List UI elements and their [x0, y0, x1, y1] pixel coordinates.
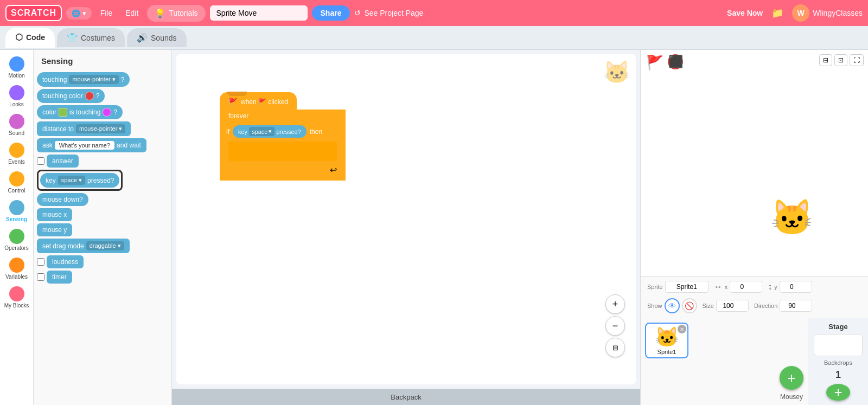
backpack-bar[interactable]: Backpack	[172, 389, 640, 405]
sidebar-item-sensing[interactable]: Sensing	[2, 198, 32, 224]
color-swatch-green[interactable]	[59, 108, 67, 117]
block-color-touching-btn[interactable]: color is touching ?	[37, 105, 123, 119]
block-ask: ask What's your name? and wait	[37, 138, 168, 152]
language-button[interactable]: 🌐 ▾	[66, 7, 92, 20]
sprite-delete-button[interactable]: ✕	[678, 325, 686, 333]
y-group: ↕ y	[768, 281, 812, 293]
loudness-checkbox[interactable]	[37, 258, 44, 266]
file-menu[interactable]: File	[96, 7, 117, 20]
stop-button[interactable]: ⬛	[668, 54, 683, 69]
forever-block[interactable]: forever	[220, 110, 346, 123]
green-flag-button[interactable]: 🚩	[646, 54, 663, 71]
right-panel: 🚩 ⬛ ⊟ ⊡ ⛶ 🐱 Sprite ↔ x	[640, 50, 868, 405]
stage-thumbnail[interactable]	[814, 334, 863, 356]
key-label: key	[238, 128, 247, 135]
timer-checkbox[interactable]	[37, 273, 44, 281]
see-project-button[interactable]: ↺ See Project Page	[354, 9, 423, 17]
project-name-input[interactable]	[210, 5, 308, 21]
stage-fullscreen-button[interactable]: ⛶	[850, 54, 864, 66]
folder-icon[interactable]: 📁	[771, 7, 783, 19]
stage-small-button[interactable]: ⊟	[819, 54, 832, 66]
stage-area: 🚩 ⬛ ⊟ ⊡ ⛶ 🐱	[641, 50, 868, 277]
save-now-button[interactable]: Save Now	[727, 9, 763, 17]
canvas-cat-icon: 🐱	[603, 60, 630, 85]
sidebar-item-events[interactable]: Events	[2, 140, 32, 167]
pressed-label: pressed?	[276, 128, 301, 135]
block-mouse-x-btn[interactable]: mouse x	[37, 208, 72, 221]
size-group: Size	[703, 300, 749, 312]
stage-cat: 🐱	[770, 197, 814, 238]
space-label: space	[252, 128, 267, 135]
block-timer-btn[interactable]: timer	[47, 271, 72, 284]
sprite-name-input[interactable]	[665, 281, 709, 293]
end-arrow-icon: ↩	[330, 165, 337, 175]
block-distance-to-btn[interactable]: distance to mouse-pointer ▾	[37, 121, 131, 136]
add-sprite-button[interactable]: +	[780, 366, 803, 390]
when-flag-clicked-block[interactable]: 🚩 when 🚩 clicked	[220, 92, 297, 110]
if-block-header[interactable]: if key space ▾ pressed? then	[220, 123, 346, 140]
block-touching-btn[interactable]: touching mouse-pointer ▾ ?	[37, 72, 130, 87]
show-group: Show 👁 🚫	[647, 298, 697, 313]
show-button[interactable]: 👁	[665, 298, 680, 313]
avatar: W	[792, 4, 809, 22]
stage-panel: Stage Backdrops 1 +	[808, 318, 868, 405]
block-key-highlight: key space ▾ pressed?	[37, 170, 123, 191]
direction-input[interactable]	[780, 300, 812, 312]
flag-icon: 🚩	[228, 98, 238, 106]
share-button[interactable]: Share	[312, 5, 350, 21]
color-swatch-pink[interactable]	[103, 108, 111, 117]
hide-button[interactable]: 🚫	[682, 298, 697, 313]
zoom-reset-button[interactable]: ⊟	[605, 338, 625, 357]
size-input[interactable]	[716, 300, 749, 312]
sprite-card-image: 🐱	[655, 326, 679, 349]
block-touching-color-btn[interactable]: touching color ?	[37, 89, 105, 103]
stage-medium-button[interactable]: ⊡	[834, 54, 847, 66]
sidebar-item-myblocks[interactable]: My Blocks	[2, 284, 32, 311]
zoom-in-button[interactable]: +	[605, 294, 625, 314]
backdrops-label: Backdrops	[824, 359, 852, 366]
if-label: if	[226, 128, 229, 136]
add-backdrop-button[interactable]: +	[826, 384, 850, 401]
sprite-card-sprite1[interactable]: ✕ 🐱 Sprite1	[645, 323, 688, 358]
tab-costumes[interactable]: 👕 Costumes	[57, 28, 125, 47]
then-label: then	[310, 128, 322, 136]
scratch-logo[interactable]: SCRATCH	[5, 5, 62, 21]
tutorials-button[interactable]: 💡 Tutorials	[147, 5, 205, 22]
block-answer: answer	[37, 155, 168, 168]
block-set-drag-btn[interactable]: set drag mode draggable ▾	[37, 239, 130, 253]
answer-checkbox[interactable]	[37, 157, 44, 165]
mousey-label: Mousey	[780, 393, 803, 401]
user-avatar-area[interactable]: W WlingyClasses	[792, 4, 863, 22]
stage-panel-label: Stage	[828, 323, 847, 331]
block-key-pressed-btn[interactable]: key space ▾ pressed?	[40, 173, 119, 188]
top-navigation: SCRATCH 🌐 ▾ File Edit 💡 Tutorials Share …	[0, 0, 868, 26]
canvas-area: 🐱 🚩 when 🚩 clicked forever if	[172, 50, 640, 405]
y-input[interactable]	[780, 281, 812, 293]
tab-sounds[interactable]: 🔊 Sounds	[127, 28, 186, 47]
block-mouse-down-btn[interactable]: mouse down?	[37, 193, 88, 206]
sidebar-item-control[interactable]: Control	[2, 169, 32, 196]
x-input[interactable]	[730, 281, 762, 293]
block-mouse-down: mouse down?	[37, 193, 168, 206]
sidebar-item-operators[interactable]: Operators	[2, 227, 32, 253]
if-key-block[interactable]: key space ▾ pressed?	[233, 125, 307, 138]
space-dropdown[interactable]: space ▾	[249, 127, 275, 136]
code-icon: ⬡	[15, 32, 23, 42]
category-sidebar: Motion Looks Sound Events Control Sensin…	[0, 50, 34, 405]
main-block-stack[interactable]: 🚩 when 🚩 clicked forever if key	[220, 92, 346, 181]
sidebar-item-motion[interactable]: Motion	[2, 54, 32, 81]
zoom-out-button[interactable]: −	[605, 316, 625, 336]
sidebar-item-looks[interactable]: Looks	[2, 83, 32, 110]
edit-menu[interactable]: Edit	[121, 7, 143, 20]
block-ask-btn[interactable]: ask What's your name? and wait	[37, 138, 146, 152]
block-mouse-y-btn[interactable]: mouse y	[37, 223, 72, 236]
color-swatch-red[interactable]	[85, 92, 94, 100]
block-timer: timer	[37, 271, 168, 284]
sidebar-item-sound[interactable]: Sound	[2, 112, 32, 138]
script-canvas[interactable]: 🐱 🚩 when 🚩 clicked forever if	[176, 54, 636, 384]
sprites-list: ✕ 🐱 Sprite1 + Mousey	[641, 318, 808, 405]
tab-code[interactable]: ⬡ Code	[5, 28, 55, 48]
block-loudness-btn[interactable]: loudness	[47, 255, 84, 268]
sidebar-item-variables[interactable]: Variables	[2, 255, 32, 282]
block-answer-btn[interactable]: answer	[47, 155, 79, 168]
